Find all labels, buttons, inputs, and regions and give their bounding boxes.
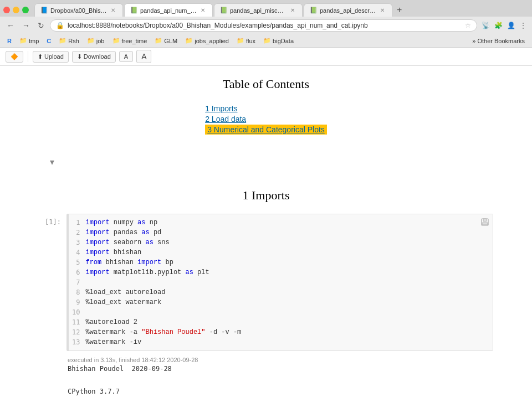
output-section: Bhishan Poudel 2020-09-28 CPython 3.7.7 … <box>39 363 493 397</box>
notebook-area: Table of Contents 1 Imports 2 Load data … <box>0 66 532 397</box>
extensions-icon[interactable]: 🧩 <box>493 20 504 30</box>
output-line-blank-1 <box>68 374 493 385</box>
menu-icon[interactable]: ⋮ <box>519 20 528 30</box>
profile-icon[interactable]: 👤 <box>506 20 516 30</box>
url-box[interactable]: 🔒 localhost:8888/notebooks/Dropbox/a00_B… <box>50 19 477 32</box>
new-tab-button[interactable]: + <box>393 5 405 15</box>
bookmark-free-time-label: free_time <box>122 38 147 44</box>
toc-section: Table of Contents 1 Imports 2 Load data … <box>39 77 493 136</box>
tab-bar: 📘 Dropbox/a00_Bhishan_Module... ✕ 📗 pand… <box>0 0 532 17</box>
bookmark-flux[interactable]: 📁 flux <box>234 36 258 45</box>
upload-icon: ⬆ <box>38 53 43 60</box>
bookmark-c-icon: C <box>47 38 51 44</box>
bookmark-other[interactable]: » Other Bookmarks <box>469 37 528 45</box>
bookmark-flux-label: flux <box>246 38 255 44</box>
upload-label: Upload <box>44 53 64 60</box>
jupyter-logo-icon: 🔶 <box>11 53 18 60</box>
bookmark-glm-icon: 📁 <box>155 37 162 44</box>
bookmark-c[interactable]: C <box>44 37 54 45</box>
tab-4-title: pandas_api_description - Jupy... <box>320 7 376 14</box>
text-small-icon: A <box>124 53 128 60</box>
bookmark-job[interactable]: 📁 job <box>84 36 108 45</box>
bookmark-glm-label: GLM <box>164 38 177 44</box>
toc-item-2: 2 Load data <box>205 115 327 123</box>
bookmark-other-icon: » <box>472 38 475 44</box>
download-button[interactable]: ⬇ Download <box>72 51 116 63</box>
code-block-1: 12345678910111213 import numpy as np imp… <box>67 214 493 350</box>
bookmark-tmp[interactable]: 📁 tmp <box>17 36 42 45</box>
toc-item-3: 3 Numerical and Categorical Plots <box>205 125 327 134</box>
tab-3-favicon: 📗 <box>220 7 228 14</box>
tab-2-title: pandas_api_num_and_cat - Ju... <box>140 7 197 14</box>
text-size-small-button[interactable]: A <box>119 51 133 62</box>
bookmark-r[interactable]: R <box>4 37 14 45</box>
bookmark-free-time-icon: 📁 <box>112 37 120 44</box>
tab-3-close[interactable]: ✕ <box>289 7 296 14</box>
toc-link-3[interactable]: 3 Numerical and Categorical Plots <box>205 125 327 135</box>
bookmark-glm[interactable]: 📁 GLM <box>152 36 180 45</box>
address-icons: 📡 🧩 👤 ⋮ <box>480 20 528 30</box>
cell-save-icon[interactable] <box>480 218 489 228</box>
tab-2-favicon: 📗 <box>130 7 138 14</box>
output-line-cpython: CPython 3.7.7 <box>68 386 493 397</box>
forward-button[interactable]: → <box>20 20 32 31</box>
notebook-toolbar: 🔶 ⬆ Upload ⬇ Download A A <box>0 48 532 66</box>
toc-title: Table of Contents <box>39 77 493 91</box>
refresh-button[interactable]: ↻ <box>35 20 47 31</box>
bookmark-other-label: Other Bookmarks <box>477 38 525 44</box>
cell-1-content: 12345678910111213 import numpy as np imp… <box>66 214 493 351</box>
back-button[interactable]: ← <box>4 20 17 31</box>
toc-item-1: 1 Imports <box>205 104 327 113</box>
text-size-large-button[interactable]: A <box>136 50 151 63</box>
bookmark-rsh[interactable]: 📁 Rsh <box>56 36 82 45</box>
toc-link-2[interactable]: 2 Load data <box>205 115 246 123</box>
toc-list: 1 Imports 2 Load data 3 Numerical and Ca… <box>205 102 327 136</box>
output-line-1: Bhishan Poudel 2020-09-28 <box>68 363 493 374</box>
bookmark-bigdata[interactable]: 📁 bigData <box>260 36 296 45</box>
notebook-content: Table of Contents 1 Imports 2 Load data … <box>17 66 515 397</box>
tab-4-close[interactable]: ✕ <box>378 7 386 14</box>
bookmark-flux-icon: 📁 <box>237 37 244 44</box>
bookmark-rsh-label: Rsh <box>68 38 79 44</box>
bookmark-job-label: job <box>96 38 105 44</box>
lock-icon: 🔒 <box>56 22 64 29</box>
tab-1[interactable]: 📘 Dropbox/a00_Bhishan_Module... ✕ <box>34 3 123 17</box>
code-cell-1: [1]: 12345678910111213 import numpy as n… <box>39 214 493 351</box>
tab-2[interactable]: 📗 pandas_api_num_and_cat - Ju... ✕ <box>124 3 213 17</box>
address-bar: ← → ↻ 🔒 localhost:8888/notebooks/Dropbox… <box>0 17 532 34</box>
tab-4[interactable]: 📗 pandas_api_description - Jupy... ✕ <box>304 3 392 17</box>
chevron-down-icon[interactable]: ▾ <box>50 157 54 167</box>
toc-link-1[interactable]: 1 Imports <box>205 104 237 113</box>
svg-rect-1 <box>483 219 487 221</box>
bookmark-jobs-applied[interactable]: 📁 jobs_applied <box>182 36 232 45</box>
bookmark-r-icon: R <box>7 38 12 44</box>
bookmark-tmp-icon: 📁 <box>19 37 27 44</box>
bookmarks-bar: R 📁 tmp C 📁 Rsh 📁 job 📁 free_time 📁 GLM … <box>0 34 532 48</box>
maximize-traffic-light[interactable] <box>22 7 29 13</box>
tab-3[interactable]: 📗 pandas_api_misc_plots - Jupy... ✕ <box>214 3 303 17</box>
svg-rect-2 <box>482 223 488 225</box>
download-label: Download <box>84 53 111 60</box>
bookmark-bigdata-icon: 📁 <box>263 37 271 44</box>
tab-2-close[interactable]: ✕ <box>199 7 207 14</box>
bookmark-star-icon[interactable]: ☆ <box>465 22 471 29</box>
bookmark-free-time[interactable]: 📁 free_time <box>110 36 150 45</box>
toc-collapse-area: ▾ <box>39 152 493 172</box>
bookmark-bigdata-label: bigData <box>273 38 294 44</box>
tab-3-title: pandas_api_misc_plots - Jupy... <box>230 7 287 14</box>
cast-icon[interactable]: 📡 <box>480 20 491 30</box>
tab-1-close[interactable]: ✕ <box>109 7 117 14</box>
bookmark-jobs-applied-icon: 📁 <box>185 37 193 44</box>
toolbar-separator-1 <box>28 51 28 62</box>
bookmark-tmp-label: tmp <box>29 38 39 44</box>
url-text: localhost:8888/notebooks/Dropbox/a00_Bhi… <box>68 22 462 29</box>
bookmark-job-icon: 📁 <box>87 37 95 44</box>
jupyter-home-button[interactable]: 🔶 <box>6 51 23 63</box>
tab-1-favicon: 📘 <box>40 7 48 14</box>
code-content-1[interactable]: import numpy as np import pandas as pd i… <box>85 218 241 347</box>
bookmark-rsh-icon: 📁 <box>59 37 66 44</box>
text-large-icon: A <box>141 52 146 61</box>
close-traffic-light[interactable] <box>3 7 10 13</box>
upload-button[interactable]: ⬆ Upload <box>33 51 69 63</box>
minimize-traffic-light[interactable] <box>13 7 19 13</box>
